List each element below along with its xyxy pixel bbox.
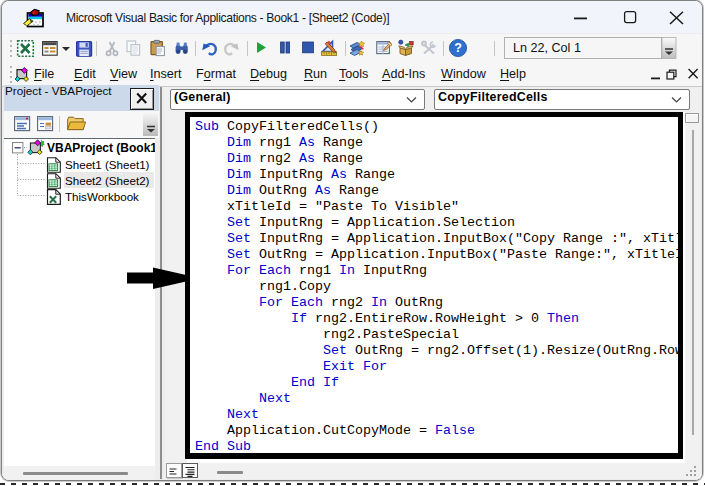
svg-text:?: ? bbox=[454, 41, 462, 55]
svg-text:Ln 22, Col 1: Ln 22, Col 1 bbox=[513, 41, 581, 55]
